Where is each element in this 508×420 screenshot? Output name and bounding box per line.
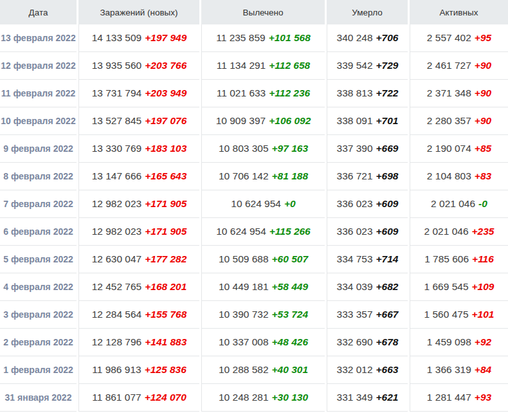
died-value: 334 039 [337, 281, 373, 292]
recovered-value: 10 706 142 [219, 170, 269, 181]
table-row: 1 февраля 202211 986 913+125 83610 288 5… [0, 356, 508, 384]
active-delta: +85 [471, 143, 491, 154]
covid-stats-table: Дата Заражений (новых) Вылечено Умерло А… [0, 0, 508, 412]
infected-value: 11 861 077 [92, 392, 141, 403]
infected-value: 12 982 023 [92, 226, 142, 237]
died-value: 337 390 [337, 143, 373, 154]
active-cell: 1 785 606+116 [410, 246, 508, 273]
recovered-cell: 11 134 291+112 658 [201, 52, 325, 80]
died-cell: 334 753+714 [327, 246, 408, 273]
recovered-value: 10 803 305 [219, 143, 269, 154]
active-cell: 2 021 046-0 [410, 190, 508, 218]
active-delta: -0 [475, 198, 487, 209]
died-cell: 338 091+701 [327, 107, 408, 135]
died-value: 339 542 [337, 60, 373, 71]
recovered-delta: +30 130 [269, 392, 308, 403]
active-value: 2 190 074 [427, 143, 471, 154]
recovered-cell: 10 390 732+53 724 [201, 301, 325, 329]
recovered-delta: +101 568 [266, 32, 311, 43]
died-value: 334 753 [337, 253, 373, 264]
table-row: 8 февраля 202213 147 666+165 64310 706 1… [0, 163, 508, 190]
died-cell: 339 542+729 [327, 52, 408, 80]
active-value: 2 557 402 [427, 32, 471, 43]
died-delta: +663 [373, 364, 399, 375]
table-row: 12 февраля 202213 935 560+203 76611 134 … [0, 52, 508, 80]
infected-cell: 12 982 023+171 905 [78, 190, 199, 218]
recovered-delta: +97 163 [269, 143, 308, 154]
date-cell: 3 февраля 2022 [0, 301, 77, 329]
active-delta: +90 [471, 60, 491, 71]
died-cell: 337 390+669 [327, 135, 408, 163]
active-delta: +83 [471, 170, 491, 181]
infected-delta: +171 905 [141, 226, 186, 237]
infected-cell: 11 861 077+124 070 [78, 384, 199, 412]
died-delta: +722 [373, 87, 399, 98]
active-value: 1 560 475 [424, 309, 469, 320]
table-row: 11 февраля 202213 731 794+203 94911 021 … [0, 80, 508, 107]
date-cell: 9 февраля 2022 [0, 135, 77, 163]
table-row: 10 февраля 202213 527 845+197 07610 909 … [0, 107, 508, 135]
recovered-cell: 10 449 181+58 449 [201, 273, 325, 301]
infected-delta: +203 766 [141, 60, 186, 71]
recovered-value: 10 624 954 [231, 198, 281, 209]
recovered-delta: +60 507 [269, 253, 308, 264]
active-cell: 1 366 319+84 [410, 356, 508, 384]
recovered-cell: 10 624 954+0 [201, 190, 325, 218]
recovered-value: 10 449 181 [219, 281, 269, 292]
died-value: 332 012 [337, 364, 373, 375]
died-value: 333 357 [337, 309, 373, 320]
died-cell: 333 357+667 [327, 301, 408, 329]
infected-value: 13 147 666 [92, 170, 142, 181]
column-header-date: Дата [0, 0, 77, 24]
infected-value: 14 133 509 [92, 32, 142, 43]
recovered-delta: +81 188 [269, 170, 308, 181]
recovered-cell: 10 248 281+30 130 [201, 384, 325, 412]
died-value: 332 690 [337, 336, 373, 347]
infected-cell: 12 982 023+171 905 [78, 218, 199, 246]
infected-value: 12 128 796 [92, 336, 142, 347]
active-cell: 2 104 803+83 [410, 163, 508, 190]
recovered-delta: +58 449 [269, 281, 308, 292]
died-value: 338 091 [337, 115, 373, 126]
infected-delta: +125 836 [141, 364, 186, 375]
date-cell: 8 февраля 2022 [0, 163, 77, 190]
active-delta: +92 [471, 336, 491, 347]
died-value: 336 023 [337, 198, 373, 209]
active-cell: 2 190 074+85 [410, 135, 508, 163]
recovered-value: 10 624 954 [216, 226, 266, 237]
infected-delta: +203 949 [141, 87, 186, 98]
recovered-cell: 11 235 859+101 568 [201, 24, 325, 52]
died-delta: +669 [373, 143, 399, 154]
died-cell: 332 690+678 [327, 329, 408, 356]
column-header-active: Активных [410, 0, 508, 24]
infected-cell: 12 630 047+177 282 [78, 246, 199, 273]
infected-delta: +171 905 [141, 198, 186, 209]
died-cell: 334 039+682 [327, 273, 408, 301]
date-cell: 7 февраля 2022 [0, 190, 77, 218]
infected-cell: 13 527 845+197 076 [78, 107, 199, 135]
table-row: 7 февраля 202212 982 023+171 90510 624 9… [0, 190, 508, 218]
infected-delta: +124 070 [141, 392, 186, 403]
died-delta: +701 [373, 115, 399, 126]
infected-value: 12 630 047 [92, 253, 142, 264]
recovered-value: 10 337 008 [219, 336, 269, 347]
infected-cell: 13 935 560+203 766 [78, 52, 199, 80]
infected-value: 11 986 913 [92, 364, 141, 375]
infected-cell: 12 452 765+168 201 [78, 273, 199, 301]
active-value: 2 021 046 [431, 198, 475, 209]
infected-value: 13 731 794 [92, 87, 142, 98]
active-delta: +95 [471, 32, 491, 43]
died-cell: 336 721+698 [327, 163, 408, 190]
table-row: 13 февраля 202214 133 509+197 94911 235 … [0, 24, 508, 52]
recovered-cell: 11 021 633+112 236 [201, 80, 325, 107]
active-value: 1 459 098 [427, 336, 471, 347]
active-cell: 1 459 098+92 [410, 329, 508, 356]
active-delta: +235 [469, 226, 494, 237]
died-delta: +698 [373, 170, 399, 181]
date-cell: 2 февраля 2022 [0, 329, 77, 356]
date-cell: 1 февраля 2022 [0, 356, 77, 384]
active-delta: +90 [471, 115, 491, 126]
recovered-cell: 10 909 397+106 092 [201, 107, 325, 135]
active-cell: 1 669 545+109 [410, 273, 508, 301]
table-row: 9 февраля 202213 330 769+183 10310 803 3… [0, 135, 508, 163]
